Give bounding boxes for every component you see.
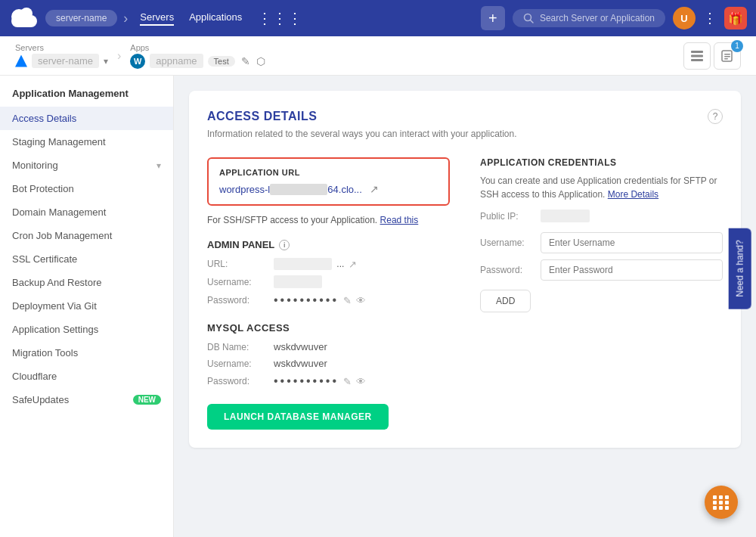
sidebar-label-migration-tools: Migration Tools [12, 347, 78, 359]
sidebar-label-access-details: Access Details [12, 113, 76, 124]
right-column: APPLICATION CREDENTIALS You can create a… [480, 157, 723, 430]
content-area: ACCESS DETAILS ? Information related to … [174, 76, 756, 537]
server-value: server-name ▾ [15, 54, 108, 68]
breadcrumb[interactable]: server-name [45, 10, 117, 26]
sidebar-item-backup-and-restore[interactable]: Backup And Restore [0, 271, 173, 294]
server-chevron-icon[interactable]: ▾ [104, 56, 108, 67]
vultr-icon [15, 55, 27, 67]
read-this-link[interactable]: Read this [380, 215, 419, 225]
admin-username-blurred [274, 275, 322, 288]
mysql-dbname-label: DB Name: [207, 342, 268, 352]
admin-url-open-icon[interactable]: ↗ [349, 259, 357, 270]
mysql-username-value: wskdvwuver [274, 358, 327, 369]
count-badge: 1 [731, 40, 743, 52]
subheader-right: 1 [683, 42, 741, 70]
gift-icon[interactable]: 🎁 [724, 7, 747, 29]
admin-password-label: Password: [207, 295, 268, 306]
floating-apps-button[interactable] [705, 486, 738, 519]
sidebar-label-cron-job-management: Cron Job Management [12, 230, 112, 241]
need-a-hand-button[interactable]: Need a hand? [728, 228, 751, 309]
credentials-username-row: Username: [480, 232, 723, 253]
files-view-button[interactable]: 1 [714, 42, 741, 70]
admin-password-value: •••••••••• ✎ 👁 [274, 293, 366, 307]
admin-url-row: URL: ... ↗ [207, 258, 450, 270]
admin-password-edit-icon[interactable]: ✎ [343, 295, 352, 306]
sidebar-item-deployment-via-git[interactable]: Deployment Via Git [0, 294, 173, 318]
search-placeholder: Search Server or Application [540, 13, 655, 23]
sidebar-item-application-settings[interactable]: Application Settings [0, 318, 173, 341]
svg-point-2 [20, 8, 33, 20]
edit-icon[interactable]: ✎ [241, 55, 250, 67]
nav-arrow: › [123, 11, 128, 26]
content-card: ACCESS DETAILS ? Information related to … [189, 91, 741, 448]
sidebar-item-migration-tools[interactable]: Migration Tools [0, 341, 173, 365]
mysql-password-show-icon[interactable]: 👁 [356, 376, 366, 387]
credentials-username-label: Username: [480, 237, 533, 248]
add-button[interactable]: + [481, 6, 505, 30]
external-link-icon[interactable]: ⬡ [256, 55, 265, 67]
grid-menu-icon[interactable]: ⋮⋮⋮ [257, 9, 302, 27]
svg-rect-7 [691, 59, 703, 61]
admin-username-row: Username: [207, 275, 450, 288]
sidebar-item-cron-job-management[interactable]: Cron Job Management [0, 224, 173, 247]
application-url-box: APPLICATION URL wordpress-l 64.clo... ↗ [207, 157, 450, 206]
nav-servers[interactable]: Servers [140, 11, 174, 26]
admin-username-value [274, 275, 322, 288]
new-badge: NEW [133, 395, 161, 405]
server-name-text: server-name [32, 54, 99, 68]
sidebar-label-domain-management: Domain Management [12, 206, 106, 218]
open-url-icon[interactable]: ↗ [370, 183, 379, 195]
sidebar-item-cloudflare[interactable]: Cloudflare [0, 365, 173, 388]
subheader-divider: › [117, 49, 121, 63]
launch-database-manager-button[interactable]: LAUNCH DATABASE MANAGER [207, 404, 389, 430]
credentials-section: APPLICATION CREDENTIALS You can create a… [480, 157, 723, 312]
list-view-button[interactable] [683, 42, 711, 70]
help-icon[interactable]: ? [708, 109, 723, 124]
credentials-username-input[interactable] [541, 232, 723, 253]
app-value: W appname Test ✎ ⬡ [130, 54, 265, 69]
sidebar-item-access-details[interactable]: Access Details [0, 107, 173, 130]
sidebar-item-safeupdates[interactable]: SafeUpdates NEW [0, 388, 173, 411]
more-options-icon[interactable]: ⋮ [703, 10, 717, 26]
sidebar-item-staging-management[interactable]: Staging Management [0, 130, 173, 154]
sidebar-label-staging-management: Staging Management [12, 136, 106, 147]
monitoring-chevron-icon: ▾ [156, 160, 161, 171]
apps-section: Apps W appname Test ✎ ⬡ [130, 43, 265, 69]
page-title: ACCESS DETAILS [207, 110, 317, 123]
more-details-link[interactable]: More Details [608, 189, 658, 200]
svg-rect-11 [724, 58, 728, 60]
admin-panel-info-icon[interactable]: i [279, 240, 290, 250]
svg-rect-6 [691, 54, 703, 57]
mysql-username-row: Username: wskdvwuver [207, 358, 450, 369]
credentials-password-label: Password: [480, 265, 533, 275]
public-ip-row: Public IP: [480, 210, 723, 222]
section-header: ACCESS DETAILS ? [207, 109, 723, 124]
sidebar: Application Management Access Details St… [0, 76, 174, 537]
sidebar-item-domain-management[interactable]: Domain Management [0, 200, 173, 224]
sidebar-title: Application Management [0, 88, 173, 107]
two-col-layout: APPLICATION URL wordpress-l 64.clo... ↗ … [207, 157, 723, 430]
page-desc: Information related to the several ways … [207, 129, 723, 139]
nav-applications[interactable]: Applications [189, 11, 242, 26]
svg-line-4 [530, 20, 533, 23]
search-bar[interactable]: Search Server or Application [513, 9, 665, 27]
mysql-password-edit-icon[interactable]: ✎ [343, 376, 352, 387]
mysql-password-dots: •••••••••• [274, 374, 339, 388]
sidebar-item-bot-protection[interactable]: Bot Protection [0, 177, 173, 200]
avatar[interactable]: U [673, 7, 696, 29]
credentials-password-input[interactable] [541, 259, 723, 281]
left-column: APPLICATION URL wordpress-l 64.clo... ↗ … [207, 157, 450, 430]
mysql-password-value: •••••••••• ✎ 👁 [274, 374, 366, 388]
sidebar-item-ssl-certificate[interactable]: SSL Certificate [0, 247, 173, 271]
admin-password-show-icon[interactable]: 👁 [356, 295, 366, 306]
sidebar-label-safeupdates: SafeUpdates [12, 394, 69, 405]
admin-url-value: ... ↗ [274, 258, 357, 270]
topnav-links: Servers Applications [140, 11, 242, 26]
search-icon [523, 13, 534, 23]
mysql-password-row: Password: •••••••••• ✎ 👁 [207, 374, 450, 388]
sidebar-item-monitoring[interactable]: Monitoring ▾ [0, 154, 173, 177]
servers-label: Servers [15, 43, 108, 52]
app-tag: Test [208, 56, 235, 67]
add-credentials-button[interactable]: ADD [480, 290, 531, 312]
logo[interactable] [9, 3, 39, 33]
